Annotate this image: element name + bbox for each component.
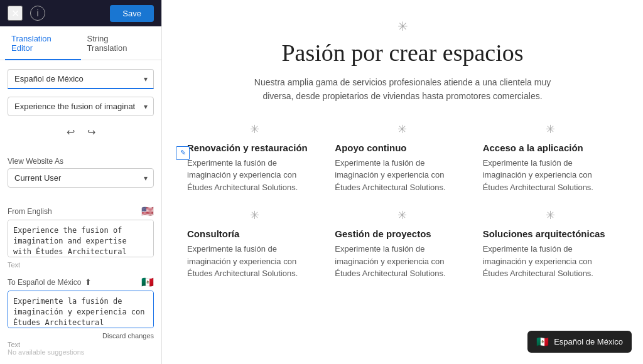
from-english-section: From English 🇺🇸 Text xyxy=(8,205,154,269)
language-select-wrapper: Español de México English French xyxy=(8,69,154,89)
cloud-upload-icon: ⬆ xyxy=(85,277,92,287)
edit-overlay-0[interactable]: ✎ xyxy=(176,146,190,160)
top-bar: ✕ i Save xyxy=(0,0,161,26)
discard-row: Discard changes xyxy=(8,332,154,340)
view-website-label: View Website As xyxy=(8,157,154,166)
right-panel: ✳ Pasión por crear espacios Nuestra ampl… xyxy=(162,0,643,364)
feature-asterisk-3: ✳ xyxy=(187,208,322,222)
to-spanish-section: To Español de México ⬆ 🇲🇽 Discard change… xyxy=(8,276,154,356)
panel-body: Español de México English French Experie… xyxy=(0,60,161,364)
feature-desc-2: Experimente la fusión de imaginación y e… xyxy=(483,157,618,194)
close-icon: ✕ xyxy=(11,8,19,19)
to-spanish-left: To Español de México ⬆ xyxy=(8,277,92,287)
info-icon: i xyxy=(36,8,38,18)
feature-desc-1: Experimente la fusión de imaginación y e… xyxy=(335,157,470,194)
from-english-header: From English 🇺🇸 xyxy=(8,205,154,217)
english-flag-icon: 🇺🇸 xyxy=(141,205,154,217)
feature-card-1: ✳ Apoyo continuo Experimente la fusión d… xyxy=(335,122,470,194)
feature-title-0: Renovación y restauración xyxy=(187,142,322,153)
feature-desc-0: Experimente la fusión de imaginación y e… xyxy=(187,157,322,194)
language-badge: 🇲🇽 Español de México xyxy=(527,331,632,353)
to-spanish-type-label: Text xyxy=(8,341,154,348)
from-english-type-label: Text xyxy=(8,261,154,269)
redo-button[interactable]: ↪ xyxy=(84,125,99,139)
info-button[interactable]: i xyxy=(30,6,45,21)
feature-title-4: Gestión de proyectos xyxy=(335,228,470,239)
left-panel: ✕ i Save Translation Editor String Trans… xyxy=(0,0,162,364)
hero-subtitle: Nuestra amplia gama de servicios profesi… xyxy=(239,75,566,104)
feature-title-2: Acceso a la aplicación xyxy=(483,142,618,153)
to-spanish-header: To Español de México ⬆ 🇲🇽 xyxy=(8,276,154,288)
to-spanish-title: To Español de México xyxy=(8,278,81,287)
undo-button[interactable]: ↩ xyxy=(63,125,78,139)
discard-changes-link[interactable]: Discard changes xyxy=(102,332,154,340)
hero-asterisk-deco: ✳ xyxy=(187,19,618,34)
view-as-select-wrapper: Current User Logged Out User xyxy=(8,168,154,188)
save-button[interactable]: Save xyxy=(110,5,154,22)
feature-title-1: Apoyo continuo xyxy=(335,142,470,153)
feature-card-2: ✳ Acceso a la aplicación Experimente la … xyxy=(483,122,618,194)
language-select[interactable]: Español de México English French xyxy=(8,69,154,89)
tab-string-translation[interactable]: String Translation xyxy=(81,26,156,60)
feature-card-3: ✳ Consultoría Experimente la fusión de i… xyxy=(187,208,322,280)
no-suggestions-label: No available suggestions xyxy=(8,348,154,356)
view-website-section: View Website As Current User Logged Out … xyxy=(8,157,154,188)
redo-icon: ↪ xyxy=(87,127,95,137)
undo-icon: ↩ xyxy=(67,127,75,137)
feature-asterisk-0: ✳ xyxy=(187,122,322,136)
tab-translation-editor[interactable]: Translation Editor xyxy=(5,26,81,60)
undo-redo-bar: ↩ ↪ xyxy=(8,125,154,139)
to-spanish-textarea[interactable] xyxy=(8,291,154,328)
from-english-title: From English xyxy=(8,207,52,216)
pencil-icon-0: ✎ xyxy=(180,149,186,157)
hero-title: Pasión por crear espacios xyxy=(187,39,618,67)
spanish-flag-icon: 🇲🇽 xyxy=(141,276,154,288)
view-as-select[interactable]: Current User Logged Out User xyxy=(8,168,154,188)
feature-desc-5: Experimente la fusión de imaginación y e… xyxy=(483,243,618,280)
badge-label: Español de México xyxy=(554,337,623,346)
feature-asterisk-5: ✳ xyxy=(483,208,618,222)
feature-asterisk-4: ✳ xyxy=(335,208,470,222)
feature-card-5: ✳ Soluciones arquitectónicas Experimente… xyxy=(483,208,618,280)
feature-card-4: ✳ Gestión de proyectos Experimente la fu… xyxy=(335,208,470,280)
feature-title-5: Soluciones arquitectónicas xyxy=(483,228,618,239)
feature-title-3: Consultoría xyxy=(187,228,322,239)
from-english-textarea[interactable] xyxy=(8,220,154,257)
feature-desc-4: Experimente la fusión de imaginación y e… xyxy=(335,243,470,280)
string-select[interactable]: Experience the fusion of imagination and… xyxy=(8,97,154,116)
feature-asterisk-2: ✳ xyxy=(483,122,618,136)
features-grid: ✳ Renovación y restauración Experimente … xyxy=(187,122,618,280)
feature-asterisk-1: ✳ xyxy=(335,122,470,136)
close-button[interactable]: ✕ xyxy=(8,6,23,21)
string-select-wrapper: Experience the fusion of imagination and… xyxy=(8,97,154,116)
tabs-bar: Translation Editor String Translation xyxy=(0,26,161,60)
feature-desc-3: Experimente la fusión de imaginación y e… xyxy=(187,243,322,280)
feature-card-0: ✳ Renovación y restauración Experimente … xyxy=(187,122,322,194)
badge-flag-icon: 🇲🇽 xyxy=(536,336,549,348)
